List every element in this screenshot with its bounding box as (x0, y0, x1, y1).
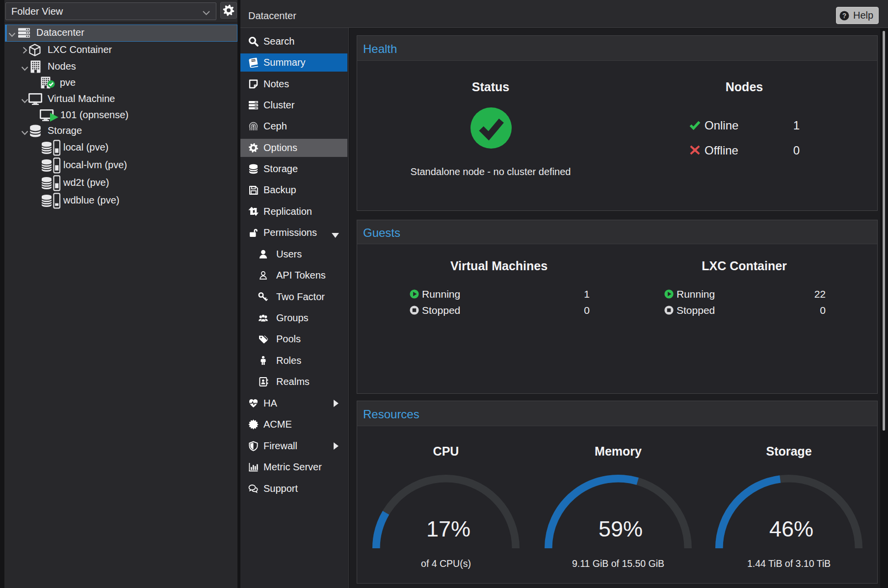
svg-text:?: ? (842, 12, 847, 20)
